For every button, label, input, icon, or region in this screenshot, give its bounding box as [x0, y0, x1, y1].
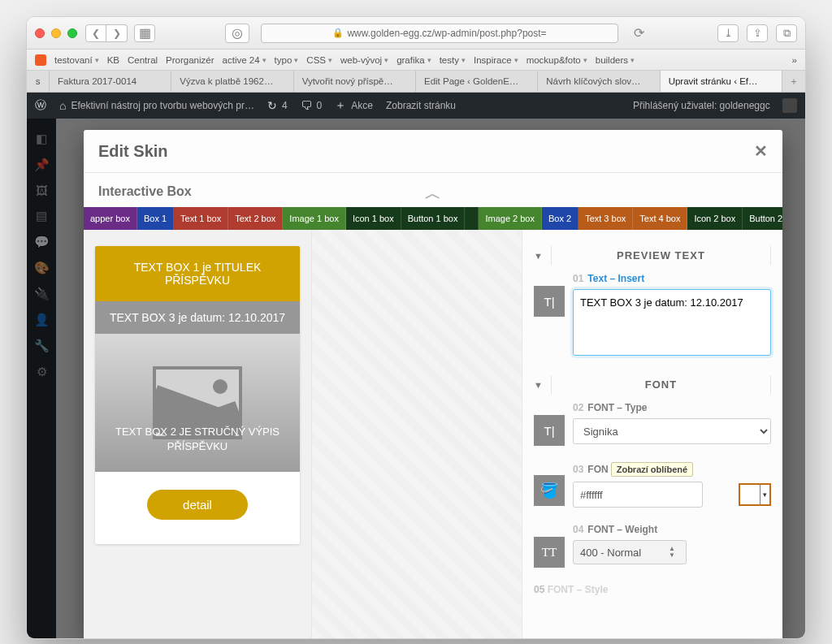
tabs-overview-button[interactable]: ⧉ — [776, 24, 797, 42]
skin-tab[interactable]: apper box — [84, 207, 137, 230]
titlebar: ❮ ❯ ▦ ◎ 🔒 www.golden-egg.cz/wp-admin/pos… — [27, 17, 805, 50]
font-color-row: 🪣 03 FON Zobrazí oblíbené — [534, 462, 771, 508]
fav-item[interactable]: typo▾ — [275, 55, 299, 65]
favorites-app-icon[interactable] — [35, 54, 46, 66]
browser-tab[interactable]: Návrh klíčových slov… — [538, 71, 660, 92]
swatch-dropdown-icon[interactable]: ▾ — [760, 485, 769, 504]
reload-button[interactable]: ⟳ — [630, 24, 648, 42]
reader-button[interactable]: ◎ — [225, 24, 249, 43]
site-name[interactable]: ⌂Efektivní nástroj pro tvorbu webových p… — [59, 99, 254, 112]
preview-detail-button[interactable]: detail — [147, 490, 248, 520]
field-label: 02 FONT – Type — [573, 402, 771, 413]
chevron-down-icon: ▾ — [462, 56, 466, 64]
stepper-arrows-icon[interactable]: ▲▼ — [669, 546, 675, 559]
section-header: Interactive Box ︿ — [84, 173, 782, 207]
options-column: ▼ PREVIEW TEXT T| 01 Text – Insert — [522, 230, 782, 638]
new-action[interactable]: ＋Akce — [335, 98, 373, 113]
skin-tab[interactable]: Icon 2 box — [687, 207, 743, 230]
chevron-down-icon: ▾ — [630, 56, 635, 64]
fav-item[interactable]: builders▾ — [596, 55, 635, 65]
browser-tab[interactable]: Faktura 2017-0014 — [50, 71, 171, 92]
modal-header: Edit Skin ✕ — [84, 130, 782, 173]
lock-icon: 🔒 — [332, 28, 344, 38]
skin-tab[interactable]: Text 1 box — [174, 207, 228, 230]
collapse-toggle-icon[interactable]: ▼ — [534, 380, 543, 390]
new-tab-button[interactable]: ＋ — [782, 71, 805, 92]
font-weight-icon: TT — [534, 537, 565, 568]
chevron-up-icon[interactable]: ︿ — [425, 183, 441, 205]
browser-tab[interactable]: Edit Page ‹ GoldenE… — [416, 71, 538, 92]
fav-item[interactable]: testovaní▾ — [54, 55, 99, 65]
plus-icon: ＋ — [335, 98, 346, 113]
minimize-window-icon[interactable] — [51, 28, 61, 38]
fav-item[interactable]: web-vývoj▾ — [340, 55, 388, 65]
skin-tab-spacer — [465, 207, 479, 230]
pinned-tab[interactable]: s — [27, 71, 50, 92]
download-button[interactable]: ⤓ — [717, 24, 739, 42]
collapse-toggle-icon[interactable]: ▼ — [534, 251, 543, 261]
browser-tab[interactable]: Výzva k platbě 1962… — [171, 71, 293, 92]
preview-title: TEXT BOX 1 je TITULEK PŘÍSPĚVKU — [95, 246, 300, 301]
skin-tab[interactable]: Box 1 — [137, 207, 174, 230]
fav-item[interactable]: KB — [107, 55, 119, 65]
fav-item[interactable]: testy▾ — [440, 55, 466, 65]
chevron-down-icon: ▾ — [95, 56, 99, 64]
close-icon[interactable]: ✕ — [754, 141, 768, 161]
share-button[interactable]: ⇪ — [747, 24, 768, 42]
comment-icon: 🗨 — [301, 99, 312, 112]
preview-image-area: TEXT BOX 2 JE STRUČNÝ VÝPIS PŘÍSPĚVKU — [95, 334, 300, 472]
comments-count[interactable]: 🗨0 — [301, 99, 323, 112]
fav-item[interactable]: active 24▾ — [223, 55, 266, 65]
close-window-icon[interactable] — [35, 28, 45, 38]
wp-admin-bar: ⓦ ⌂Efektivní nástroj pro tvorbu webových… — [27, 93, 805, 119]
preview-column: TEXT BOX 1 je TITULEK PŘÍSPĚVKU TEXT BOX… — [84, 230, 311, 638]
text-insert-link[interactable]: Text – Insert — [587, 273, 644, 284]
fav-item[interactable]: grafika▾ — [396, 55, 431, 65]
window-controls — [35, 28, 77, 38]
font-color-input[interactable] — [573, 482, 703, 508]
favorites-overflow[interactable]: » — [792, 55, 797, 65]
skin-tab[interactable]: Image 1 box — [283, 207, 346, 230]
updates-count[interactable]: ↻4 — [267, 99, 288, 112]
section-heading: FONT — [551, 375, 771, 394]
modal-title: Edit Skin — [98, 142, 754, 161]
font-type-select[interactable]: Signika — [573, 418, 771, 444]
browser-tab[interactable]: Vytvořit nový příspě… — [294, 71, 416, 92]
next-field-peek: 05 FONT – Style — [534, 584, 771, 595]
skin-tab[interactable]: Box 2 — [542, 207, 578, 230]
fav-item[interactable]: Prorganizér — [166, 55, 214, 65]
color-swatch[interactable]: ▾ — [739, 483, 771, 506]
skin-tab[interactable]: Image 2 box — [479, 207, 542, 230]
address-field[interactable]: 🔒 www.golden-egg.cz/wp-admin/post.php?po… — [261, 24, 618, 43]
wordpress-icon[interactable]: ⓦ — [35, 98, 46, 113]
skin-tab[interactable]: Text 2 box — [228, 207, 283, 230]
swatch-preview — [740, 485, 760, 504]
fav-item[interactable]: CSS▾ — [306, 55, 332, 65]
toolbar-right: ⤓ ⇪ ⧉ — [717, 24, 797, 42]
nav-buttons: ❮ ❯ — [85, 24, 128, 42]
chevron-down-icon: ▾ — [294, 56, 298, 64]
skin-tab[interactable]: Button 1 box — [401, 207, 466, 230]
skin-tab[interactable]: Icon 1 box — [346, 207, 401, 230]
avatar-icon — [782, 98, 797, 113]
preview-text-input[interactable] — [573, 289, 771, 356]
preview-button-area: detail — [95, 472, 300, 544]
current-user[interactable]: Přihlášený uživatel: goldeneggc — [633, 98, 797, 113]
browser-window: ❮ ❯ ▦ ◎ 🔒 www.golden-egg.cz/wp-admin/pos… — [26, 16, 806, 639]
browser-tab[interactable]: Upravit stránku ‹ Ef… — [661, 71, 782, 92]
back-button[interactable]: ❮ — [85, 24, 106, 42]
skin-tab[interactable]: Text 3 box — [578, 207, 633, 230]
font-type-icon: T| — [534, 415, 565, 446]
preview-date: TEXT BOX 3 je datum: 12.10.2017 — [95, 301, 300, 334]
section-heading: PREVIEW TEXT — [551, 246, 771, 265]
view-page[interactable]: Zobrazit stránku — [386, 100, 456, 111]
skin-tab[interactable]: Text 4 box — [633, 207, 687, 230]
fav-item[interactable]: Inspirace▾ — [474, 55, 518, 65]
fav-item[interactable]: Central — [128, 55, 158, 65]
forward-button[interactable]: ❯ — [106, 24, 128, 42]
sidebar-toggle-button[interactable]: ▦ — [134, 24, 155, 42]
skin-tab[interactable]: Button 2 box — [743, 207, 782, 230]
tooltip: Zobrazí oblíbené — [611, 462, 693, 477]
fav-item[interactable]: mockup&foto▾ — [526, 55, 587, 65]
zoom-window-icon[interactable] — [67, 28, 77, 38]
